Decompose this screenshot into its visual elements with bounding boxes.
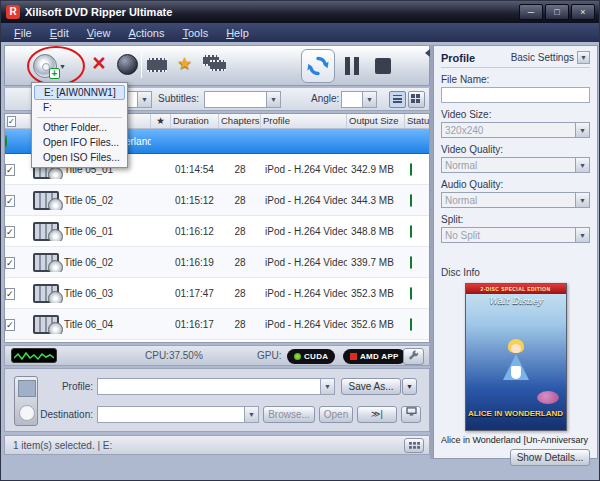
row-checkbox[interactable]: ✓ [5,319,15,331]
profile-dropdown[interactable]: ▼ [97,378,335,395]
video-quality-dropdown[interactable]: Normal ▼ [441,157,590,173]
row-checkbox[interactable]: ✓ [5,164,15,176]
pause-button[interactable] [345,57,363,75]
save-as-button[interactable]: Save As... [341,378,401,395]
cover-banner: 2-DISC SPECIAL EDITION [466,284,566,294]
menu-item-open-ifo[interactable]: Open IFO Files... [34,135,125,150]
statusbar: 1 item(s) selected. | E: [4,435,430,455]
split-dropdown[interactable]: No Split ▼ [441,227,590,243]
video-quality-label: Video Quality: [441,144,590,155]
menu-tools[interactable]: Tools [173,25,217,41]
row-checkbox[interactable]: ✓ [5,288,15,300]
stop-button[interactable] [375,58,391,74]
list-view-icon [393,95,402,104]
table-row[interactable]: ✓ Title 06_03 01:17:47 28 iPod - H.264 V… [5,278,429,309]
header-favorite[interactable]: ★ [151,114,171,128]
show-details-button[interactable]: Show Details... [510,449,590,466]
menu-item-drive-f[interactable]: F: [34,100,125,115]
chevron-down-icon: ▼ [59,63,66,70]
app-logo-icon: R [6,5,20,19]
open-dvd-menu: E: [AIW0NNW1] F: Other Folder... Open IF… [31,82,128,168]
video-size-dropdown[interactable]: 320x240 ▼ [441,122,590,138]
save-as-arrow-button[interactable]: ▼ [402,378,417,395]
subtitles-dropdown[interactable]: ▼ [204,91,281,108]
title-duration: 01:16:19 [171,257,219,268]
header-output-size[interactable]: Output Size [347,114,405,128]
open-dvd-button[interactable]: + ▼ [33,50,79,82]
title-profile: iPod - H.264 Video [261,195,347,206]
audio-waveform-icon [11,348,57,363]
status-badge [410,194,412,207]
clip-icon[interactable] [147,58,167,72]
video-size-label: Video Size: [441,109,590,120]
menu-edit[interactable]: Edit [41,25,78,41]
globe-icon[interactable] [117,54,138,75]
destination-dropdown[interactable]: ▼ [97,406,259,423]
wrench-icon [407,350,420,363]
header-select[interactable]: ✓ [5,114,31,128]
maximize-button[interactable]: □ [545,4,569,20]
menu-help[interactable]: Help [217,25,258,41]
audio-quality-dropdown[interactable]: Normal ▼ [441,192,590,208]
disc-title-text: Alice in Wonderland [Un-Anniversary Spec… [441,435,590,445]
settings-mode-dropdown[interactable]: Basic Settings ▼ [511,51,590,64]
menu-view[interactable]: View [78,25,120,41]
panel-layout-button[interactable] [404,438,424,453]
queue-expand-button[interactable]: ≫| [357,406,397,423]
remove-button[interactable]: × [87,52,111,76]
thumbnail-view-button[interactable] [408,91,425,108]
amd-app-toggle-button[interactable]: AMD APP [343,349,406,364]
browse-button[interactable]: Browse... [263,406,315,423]
split-label: Split: [441,214,590,225]
merge-icon[interactable] [203,55,226,71]
menu-actions[interactable]: Actions [119,25,173,41]
menu-file[interactable]: File [5,25,41,41]
angle-label: Angle: [311,93,339,104]
header-status[interactable]: Status [405,114,429,128]
header-duration[interactable]: Duration [171,114,219,128]
header-profile[interactable]: Profile [261,114,347,128]
effects-icon[interactable]: ★ [177,53,192,74]
gpu-settings-button[interactable] [403,348,424,365]
grid-view-icon [411,94,415,98]
collapse-panel-icon[interactable] [425,49,430,57]
minimize-button[interactable]: ─ [519,4,543,20]
titlebar: R Xilisoft DVD Ripper Ultimate ─ □ × [1,1,599,23]
sync-arrows-icon [306,54,330,78]
cuda-toggle-button[interactable]: CUDA [287,349,335,364]
preview-toggle-button[interactable] [401,406,421,423]
file-name-input[interactable] [441,87,590,103]
row-checkbox[interactable]: ✓ [5,226,15,238]
title-chapters: 28 [219,164,261,175]
convert-button[interactable] [301,49,335,83]
title-output-size: 339.7 MB [347,257,405,268]
angle-dropdown[interactable]: ▼ [341,91,377,108]
active-disc-icon [5,135,7,148]
status-badge [410,163,412,176]
header-chapters[interactable]: Chapters [219,114,261,128]
title-duration: 01:17:47 [171,288,219,299]
table-row[interactable]: ✓ Title 06_01 01:16:12 28 iPod - H.264 V… [5,216,429,247]
table-row[interactable]: ✓ Title 05_02 01:15:12 28 iPod - H.264 V… [5,185,429,216]
row-checkbox[interactable]: ✓ [5,195,15,207]
list-view-button[interactable] [389,91,406,108]
menu-item-open-iso[interactable]: Open ISO Files... [34,150,125,165]
status-badge [410,256,412,269]
toolbar-separator [141,54,142,78]
open-button[interactable]: Open [319,406,353,423]
table-row[interactable]: ✓ Title 06_04 01:16:17 28 iPod - H.264 V… [5,309,429,340]
title-profile: iPod - H.264 Video [261,226,347,237]
toolbar: + ▼ × ★ [4,45,430,86]
menu-separator [37,117,122,118]
disc-info-label: Disc Info [441,267,590,278]
grid-icon [409,442,420,451]
chevron-down-icon: ▼ [577,51,590,64]
row-checkbox[interactable]: ✓ [5,257,15,269]
table-row[interactable]: ✓ Title 06_02 01:16:19 28 iPod - H.264 V… [5,247,429,278]
chevron-down-icon: ▼ [244,407,258,422]
menu-item-drive-e[interactable]: E: [AIW0NNW1] [34,85,125,100]
title-name: Title 06_04 [64,319,113,330]
close-button[interactable]: × [571,4,595,20]
chevron-down-icon: ▼ [575,228,589,242]
menu-item-other-folder[interactable]: Other Folder... [34,120,125,135]
